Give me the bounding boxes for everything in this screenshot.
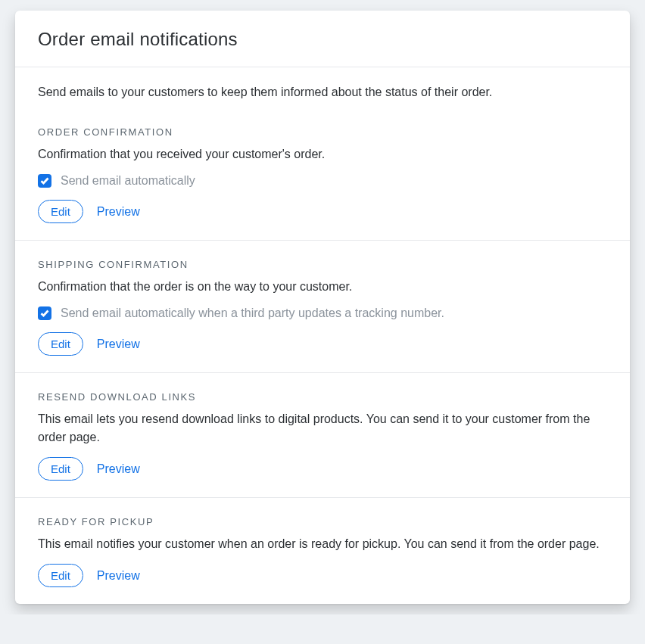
section-ready-for-pickup: READY FOR PICKUP This email notifies you… [15,498,630,604]
checkbox-label-order-confirmation: Send email automatically [61,174,195,188]
check-icon [40,309,49,318]
section-heading-ready-for-pickup: READY FOR PICKUP [38,516,607,527]
section-desc-resend-download-links: This email lets you resend download link… [38,410,607,446]
preview-link-shipping-confirmation[interactable]: Preview [97,338,140,351]
edit-button-order-confirmation[interactable]: Edit [38,200,83,223]
section-resend-download-links: RESEND DOWNLOAD LINKS This email lets yo… [15,373,630,498]
settings-card: Order email notifications Send emails to… [15,11,630,604]
check-icon [40,176,49,185]
section-desc-ready-for-pickup: This email notifies your customer when a… [38,535,607,553]
section-shipping-confirmation: SHIPPING CONFIRMATION Confirmation that … [15,241,630,373]
checkbox-row-order-confirmation: Send email automatically [38,174,607,188]
preview-link-ready-for-pickup[interactable]: Preview [97,569,140,583]
edit-button-shipping-confirmation[interactable]: Edit [38,332,83,356]
section-heading-order-confirmation: ORDER CONFIRMATION [38,126,607,138]
checkbox-send-email-auto[interactable] [38,174,51,188]
section-desc-order-confirmation: Confirmation that you received your cust… [38,145,607,163]
section-heading-resend-download-links: RESEND DOWNLOAD LINKS [38,391,607,403]
page-title: Order email notifications [38,29,607,50]
section-order-confirmation: ORDER CONFIRMATION Confirmation that you… [15,108,630,241]
actions-resend-download-links: Edit Preview [38,457,607,481]
section-desc-shipping-confirmation: Confirmation that the order is on the wa… [38,278,607,296]
checkbox-row-shipping-confirmation: Send email automatically when a third pa… [38,306,607,320]
checkbox-label-shipping-confirmation: Send email automatically when a third pa… [61,306,444,320]
page-intro: Send emails to your customers to keep th… [15,67,630,108]
actions-shipping-confirmation: Edit Preview [38,332,607,356]
actions-order-confirmation: Edit Preview [38,200,607,223]
preview-link-order-confirmation[interactable]: Preview [97,205,140,219]
actions-ready-for-pickup: Edit Preview [38,564,607,587]
edit-button-ready-for-pickup[interactable]: Edit [38,564,83,587]
edit-button-resend-download-links[interactable]: Edit [38,457,83,481]
checkbox-send-email-auto-tracking[interactable] [38,306,51,320]
section-heading-shipping-confirmation: SHIPPING CONFIRMATION [38,259,607,270]
card-header: Order email notifications [15,11,630,67]
preview-link-resend-download-links[interactable]: Preview [97,462,140,476]
